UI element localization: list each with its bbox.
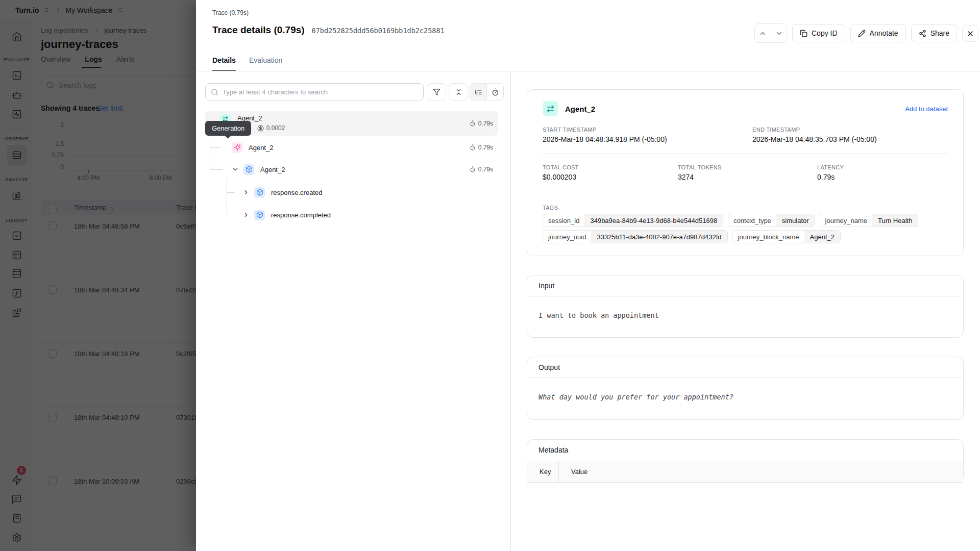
latency: LATENCY 0.79s [817,164,844,181]
collapse-all-button[interactable] [449,83,468,101]
chevron-down-icon[interactable] [232,166,239,173]
output-card: Output What day would you prefer for you… [527,357,964,420]
drawer-tabbar-divider [196,71,980,71]
start-timestamp: START TIMESTAMP 2026-Mar-18 04:48:34.918… [543,127,667,143]
drawer-title: Trace details (0.79s) [212,24,305,36]
card-divider [527,378,963,378]
pencil-icon [858,30,866,37]
total-cost: TOTAL COST $0.000203 [543,164,579,181]
metadata-value-col: Value [559,468,587,475]
share-icon [919,30,926,37]
cube-icon [243,164,254,175]
span-summary-card: Agent_2 Add to dataset START TIMESTAMP 2… [527,89,964,256]
drawer-tabs: Details Evaluation [212,56,282,71]
next-trace-button[interactable] [771,24,787,42]
trace-id: 07bd252825ddd56b0169bb1db2c25881 [312,27,445,35]
close-button[interactable] [962,26,978,42]
span-duration: 0.79s [470,111,493,136]
tag[interactable]: context_typesimulator [728,214,815,227]
metadata-header-row: Key Value [527,461,963,483]
metadata-card: Metadata Key Value [527,439,964,483]
stopwatch-icon [470,144,476,151]
span-name: Agent_2 [565,105,595,113]
filter-button[interactable] [427,83,446,101]
span-label: response.created [271,189,322,196]
tags-row: journey_uuid33325b11-da3e-4082-907e-a7d9… [543,230,841,243]
swap-arrows-icon [543,101,558,116]
span-label: Agent_2 [260,166,285,173]
dollar-circle-icon [257,125,264,132]
span-search[interactable] [205,83,424,101]
metadata-label: Metadata [538,440,568,460]
tag[interactable]: session_id349ba9ea-84b9-4e13-9d68-b4e544… [543,214,723,227]
screen: Turn.io / My Workspace EVALUATE OBSERVE … [0,0,980,551]
total-tokens: TOTAL TOKENS 3274 [678,164,722,181]
output-label: Output [538,357,560,378]
span-label: response.completed [271,211,331,219]
tags-label: TAGS [543,205,558,211]
copy-icon [800,30,807,37]
tags-row: session_id349ba9ea-84b9-4e13-9d68-b4e544… [543,214,918,227]
chevron-right-icon[interactable] [242,211,250,218]
output-value: What day would you prefer for your appoi… [538,393,733,401]
tag[interactable]: journey_nameTurn Health [820,214,919,227]
list-tree-icon [475,88,482,96]
add-to-dataset-link[interactable]: Add to dataset [905,105,948,113]
input-card: Input I want to book an appointment [527,275,964,338]
end-timestamp: END TIMESTAMP 2026-Mar-18 04:48:35.703 P… [752,127,877,143]
tab-details[interactable]: Details [212,56,236,71]
search-icon [211,88,218,96]
drawer-actions: Copy ID Annotate Share [754,23,978,43]
input-label: Input [538,276,554,296]
cube-icon [254,210,265,220]
span-row[interactable]: response.created [205,184,498,201]
copy-id-button[interactable]: Copy ID [792,24,845,42]
card-divider [527,296,963,296]
span-cost: 0.0002 [266,124,285,132]
metadata-key-col: Key [527,461,559,482]
span-search-input[interactable] [223,88,406,96]
input-value: I want to book an appointment [538,311,659,319]
drawer-title-row: Trace details (0.79s) 07bd252825ddd56b01… [212,24,445,36]
span-row[interactable]: Agent_2 0.79s [205,139,498,156]
stopwatch-icon [492,88,499,96]
dashed-divider [543,154,948,154]
tab-evaluation[interactable]: Evaluation [249,56,282,71]
close-icon [966,30,974,38]
tag[interactable]: journey_uuid33325b11-da3e-4082-907e-a7d9… [543,230,728,243]
span-label: Agent_2 [249,144,273,152]
panel-divider [510,71,511,551]
prev-trace-button[interactable] [755,24,771,42]
tag[interactable]: journey_block_nameAgent_2 [732,230,841,243]
funnel-icon [433,88,440,96]
stopwatch-icon [470,166,476,172]
share-button[interactable]: Share [911,24,957,42]
generation-tooltip: Generation [205,121,251,136]
trace-nav-group [754,23,787,43]
timeline-view-toggle[interactable] [486,84,503,100]
chevrons-down-up-icon [455,88,462,96]
sparkles-icon [232,142,242,153]
trace-details-drawer: Trace (0.79s) Trace details (0.79s) 07bd… [196,0,980,551]
span-duration: 0.79s [470,139,493,156]
stopwatch-icon [470,120,476,127]
span-row[interactable]: Agent_2 0.79s [205,161,498,178]
view-toggle [470,83,504,101]
span-row[interactable]: response.completed [205,206,498,223]
span-duration: 0.79s [470,161,493,178]
span-header: Agent_2 [543,101,595,116]
chevron-right-icon[interactable] [242,189,250,196]
cube-icon [254,187,265,198]
trace-eyebrow: Trace (0.79s) [212,9,249,16]
tree-view-toggle[interactable] [470,84,486,100]
annotate-button[interactable]: Annotate [850,24,906,42]
